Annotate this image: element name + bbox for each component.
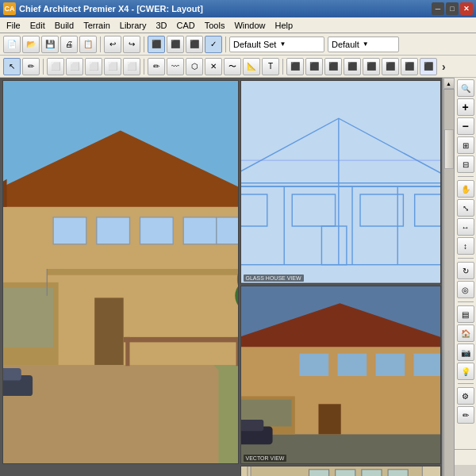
extra-tool-1[interactable]: ⬛ xyxy=(324,58,342,75)
vertical-scrollbar[interactable]: ▲ ▼ xyxy=(443,78,454,476)
svg-rect-18 xyxy=(124,337,238,343)
snap-btn-2[interactable]: ⬛ xyxy=(167,36,184,53)
menu-file[interactable]: File xyxy=(2,19,25,32)
svg-rect-13 xyxy=(217,217,238,244)
scroll-track-vertical[interactable] xyxy=(443,89,455,476)
fit-all-button[interactable]: ⤡ xyxy=(457,199,474,217)
default-dropdown[interactable]: Default ▼ xyxy=(328,36,399,52)
select-tool[interactable]: ↖ xyxy=(3,58,21,75)
extra-tool-3[interactable]: ⬛ xyxy=(363,58,380,75)
menu-window[interactable]: Window xyxy=(229,19,270,32)
expand-h-button[interactable]: ↔ xyxy=(457,218,474,236)
layers-button[interactable]: ▤ xyxy=(457,305,474,323)
svg-rect-15 xyxy=(47,269,237,275)
rotate-button[interactable]: ↻ xyxy=(457,262,474,279)
dropdown-arrow-1: ▼ xyxy=(279,40,286,48)
app-icon: CA xyxy=(3,2,16,15)
window-title: Chief Architect Premier X4 - [CWER: Layo… xyxy=(19,4,203,13)
menu-help[interactable]: Help xyxy=(271,19,298,32)
hexagon-tool[interactable]: ⬡ xyxy=(186,58,203,75)
snap-btn-4[interactable]: ✓ xyxy=(205,36,222,53)
svg-rect-10 xyxy=(97,217,130,244)
rect-tool[interactable]: ⬜ xyxy=(47,58,64,75)
zoom-out-button[interactable]: ⊟ xyxy=(457,155,474,173)
menu-tools[interactable]: Tools xyxy=(200,19,230,32)
title-bar: CA Chief Architect Premier X4 - [CWER: L… xyxy=(0,0,476,17)
view-technical[interactable]: TECHNICAL ILLUSTRATION VIEW xyxy=(240,466,441,476)
zoom-in-button[interactable]: 🔍 xyxy=(457,79,474,97)
cross-tool[interactable]: ✕ xyxy=(205,58,222,75)
view-vector[interactable]: VECTOR VIEW xyxy=(240,286,441,464)
scroll-thumb-vertical[interactable] xyxy=(444,129,454,169)
close-button[interactable]: ✕ xyxy=(460,2,473,15)
zoom-minus-button[interactable]: − xyxy=(457,117,474,135)
svg-rect-76 xyxy=(335,470,355,476)
print-button[interactable]: 🖨 xyxy=(60,36,78,53)
snap-btn-3[interactable]: ⬛ xyxy=(186,36,203,53)
extra-tool-5[interactable]: ⬛ xyxy=(401,58,418,75)
light-button[interactable]: 💡 xyxy=(457,363,474,380)
menu-library[interactable]: Library xyxy=(115,19,152,32)
pen-tool[interactable]: ✏ xyxy=(148,58,165,75)
circle-tool[interactable]: ⬜ xyxy=(66,58,83,75)
pointer-tool[interactable]: ✏ xyxy=(22,58,40,75)
menu-edit[interactable]: Edit xyxy=(25,19,50,32)
extra-tool-6[interactable]: ⬛ xyxy=(420,58,437,75)
pan-tool[interactable]: ✋ xyxy=(457,180,474,198)
redo-button[interactable]: ↪ xyxy=(123,36,140,53)
measure-tool[interactable]: 📐 xyxy=(243,58,260,75)
default-set-dropdown[interactable]: Default Set ▼ xyxy=(229,36,324,52)
undo-button[interactable]: ↩ xyxy=(104,36,121,53)
move-tool[interactable]: ⬛ xyxy=(286,58,304,75)
open-button[interactable]: 📂 xyxy=(22,36,40,53)
line-tool[interactable]: ⬜ xyxy=(123,58,140,75)
arc-tool[interactable]: 〰 xyxy=(167,58,184,75)
svg-rect-25 xyxy=(3,368,21,381)
canvas-with-vscroll: GLASS HOUSE VIEW xyxy=(0,78,454,476)
dropdown-arrow-2: ▼ xyxy=(363,40,369,48)
zoom-plus-button[interactable]: + xyxy=(457,98,474,116)
extra-tool-4[interactable]: ⬛ xyxy=(382,58,399,75)
expand-v-button[interactable]: ↕ xyxy=(457,237,474,255)
snap-btn-1[interactable]: ⬛ xyxy=(148,36,165,53)
menu-terrain[interactable]: Terrain xyxy=(79,19,115,32)
svg-rect-30 xyxy=(241,81,440,283)
view-wireframe[interactable]: GLASS HOUSE VIEW xyxy=(240,80,441,284)
title-controls[interactable]: ─ □ ✕ xyxy=(432,2,473,15)
minimize-button[interactable]: ─ xyxy=(432,2,444,15)
svg-rect-75 xyxy=(309,470,328,476)
orbit-button[interactable]: ◎ xyxy=(457,281,474,298)
separator-4 xyxy=(43,59,44,75)
text-tool[interactable]: T xyxy=(262,58,279,75)
wave-tool[interactable]: 〜 xyxy=(224,58,241,75)
menu-cad[interactable]: CAD xyxy=(171,19,199,32)
transform-tool[interactable]: ⬛ xyxy=(305,58,323,75)
camera-button[interactable]: 📷 xyxy=(457,344,474,361)
copy-button[interactable]: 📋 xyxy=(79,36,97,53)
collapse-arrow[interactable]: › xyxy=(442,60,446,73)
svg-rect-77 xyxy=(361,470,381,476)
canvas-area[interactable]: GLASS HOUSE VIEW xyxy=(0,78,443,476)
title-bar-left: CA Chief Architect Premier X4 - [CWER: L… xyxy=(3,2,203,15)
maximize-button[interactable]: □ xyxy=(446,2,459,15)
menu-3d[interactable]: 3D xyxy=(151,19,171,32)
svg-rect-60 xyxy=(413,353,440,375)
label-wireframe: GLASS HOUSE VIEW xyxy=(244,274,304,282)
svg-rect-78 xyxy=(388,470,408,476)
scroll-up-button[interactable]: ▲ xyxy=(443,78,455,89)
label-vector: VECTOR VIEW xyxy=(244,455,287,462)
new-button[interactable]: 📄 xyxy=(3,36,21,53)
svg-rect-20 xyxy=(236,337,238,366)
poly-tool[interactable]: ⬜ xyxy=(85,58,102,75)
zoom-fit-button[interactable]: ⊞ xyxy=(457,136,474,154)
save-button[interactable]: 💾 xyxy=(41,36,59,53)
rt-sep-3 xyxy=(458,301,474,302)
settings-button[interactable]: ⚙ xyxy=(457,387,474,405)
view-main-render[interactable] xyxy=(2,80,239,464)
pen-right-button[interactable]: ✏ xyxy=(457,406,474,424)
extra-tool-2[interactable]: ⬛ xyxy=(344,58,361,75)
bezier-tool[interactable]: ⬜ xyxy=(104,58,121,75)
menu-build[interactable]: Build xyxy=(50,19,79,32)
house-button[interactable]: 🏠 xyxy=(457,324,474,342)
svg-rect-57 xyxy=(299,353,328,375)
